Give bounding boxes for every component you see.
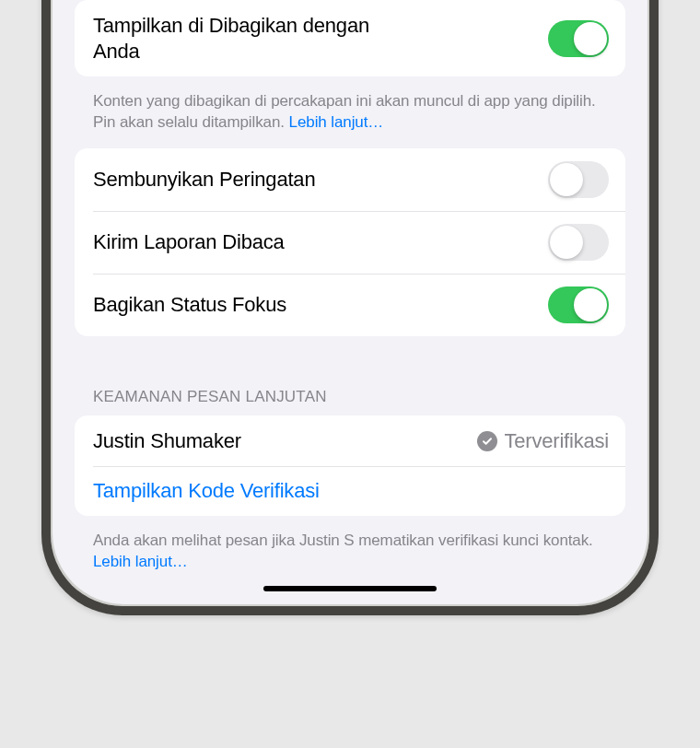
hide-alerts-toggle[interactable] xyxy=(548,161,609,198)
share-focus-toggle[interactable] xyxy=(548,286,609,323)
alerts-card: Sembunyikan Peringatan Kirim Laporan Dib… xyxy=(75,148,625,336)
toggle-knob xyxy=(574,288,607,321)
show-in-shared-toggle[interactable] xyxy=(548,20,609,57)
verified-status: Terverifikasi xyxy=(477,429,609,453)
show-in-shared-row: Tampilkan di Dibagikan dengan Anda xyxy=(75,0,625,76)
security-footer-text: Anda akan melihat pesan jika Justin S me… xyxy=(93,532,593,549)
share-focus-label: Bagikan Status Fokus xyxy=(93,292,548,318)
toggle-knob xyxy=(550,163,583,196)
checkmark-icon xyxy=(477,431,497,451)
security-card: Justin Shumaker Terverifikasi Tampilkan … xyxy=(75,415,625,517)
shared-with-you-card: Tampilkan di Dibagikan dengan Anda xyxy=(75,0,625,76)
security-footer: Anda akan melihat pesan jika Justin S me… xyxy=(75,523,625,573)
contact-verification-row: Justin Shumaker Terverifikasi xyxy=(75,415,625,467)
security-section-header: KEAMANAN PESAN LANJUTAN xyxy=(75,388,625,415)
shared-footer-link[interactable]: Lebih lanjut… xyxy=(289,113,384,131)
hide-alerts-row: Sembunyikan Peringatan xyxy=(75,148,625,211)
show-verification-code-label: Tampilkan Kode Verifikasi xyxy=(93,479,320,503)
read-receipts-label: Kirim Laporan Dibaca xyxy=(93,229,548,255)
home-indicator[interactable] xyxy=(263,586,437,591)
read-receipts-toggle[interactable] xyxy=(548,224,609,261)
share-focus-row: Bagikan Status Fokus xyxy=(75,274,625,336)
security-footer-link[interactable]: Lebih lanjut… xyxy=(93,553,188,570)
phone-frame: Tampilkan di Dibagikan dengan Anda Konte… xyxy=(41,0,659,615)
show-verification-code-row[interactable]: Tampilkan Kode Verifikasi xyxy=(75,466,625,516)
toggle-knob xyxy=(574,22,607,55)
settings-screen: Tampilkan di Dibagikan dengan Anda Konte… xyxy=(52,0,648,604)
read-receipts-row: Kirim Laporan Dibaca xyxy=(75,211,625,274)
verified-label: Terverifikasi xyxy=(504,429,609,453)
show-in-shared-label: Tampilkan di Dibagikan dengan Anda xyxy=(93,13,388,64)
shared-footer: Konten yang dibagikan di percakapan ini … xyxy=(75,84,625,134)
contact-name: Justin Shumaker xyxy=(93,428,477,454)
toggle-knob xyxy=(550,226,583,259)
hide-alerts-label: Sembunyikan Peringatan xyxy=(93,167,548,193)
